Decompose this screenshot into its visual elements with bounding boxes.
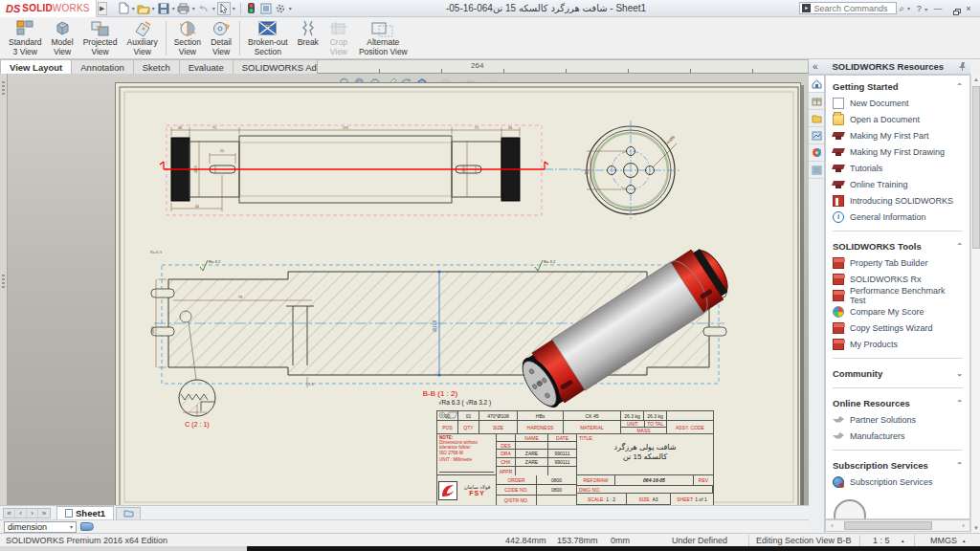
help-button[interactable]: ? ▾: [915, 4, 930, 13]
tab-annotation[interactable]: Annotation: [72, 59, 133, 74]
pin-icon[interactable]: [954, 61, 970, 73]
tab-view-palette[interactable]: [809, 127, 824, 144]
minimize-button[interactable]: —: [930, 4, 946, 13]
drawing-sheet[interactable]: 36 71 191 71 36 20 44 Ø89 Ø89: [115, 82, 801, 505]
search-scope-icon[interactable]: ▸: [802, 4, 811, 12]
tab-file-explorer[interactable]: [809, 110, 824, 127]
taskpane-item-copy-settings-wizard[interactable]: Copy Settings Wizard: [833, 320, 963, 336]
units-caret-icon[interactable]: ▴: [963, 538, 966, 543]
collapse-pane-icon[interactable]: «: [809, 61, 822, 72]
section-view-button[interactable]: SectionView: [169, 18, 206, 58]
community-header[interactable]: Community⌄: [833, 368, 963, 379]
dimension-filter-combo[interactable]: dimension ▾: [4, 521, 77, 533]
standard-3-view-button[interactable]: Standard3 View: [4, 18, 47, 58]
auxiliary-view-button[interactable]: AuxiliaryView: [122, 18, 163, 58]
end-view[interactable]: 4xØ9 50: [581, 121, 680, 220]
select-caret[interactable]: ▾: [233, 5, 235, 11]
prev-sheet-button[interactable]: ‹: [15, 509, 27, 518]
scroll-down-icon[interactable]: ▼: [971, 523, 980, 533]
options-caret[interactable]: ▾: [289, 5, 292, 11]
taskpane-item-subscription-services[interactable]: Subscription Services: [833, 474, 963, 490]
subscription-services-header[interactable]: Subscription Services⌃: [833, 460, 963, 471]
broken-out-section-button[interactable]: Broken-outSection: [243, 18, 293, 58]
taskpane-item-manufacturers[interactable]: Manufacturers: [833, 428, 963, 444]
taskpane-item-partner-solutions[interactable]: Partner Solutions: [833, 411, 963, 428]
graphics-area[interactable]: ▾ ▾ ▾: [8, 74, 809, 505]
undo-caret[interactable]: ▾: [212, 5, 215, 11]
model-view-button[interactable]: ModelView: [47, 18, 78, 58]
menu-flyout-arrow-icon[interactable]: ▶: [98, 2, 107, 15]
tab-appearances[interactable]: [809, 144, 824, 162]
getting-started-header[interactable]: Getting Started⌃: [833, 81, 963, 92]
splitter-grip[interactable]: [2, 275, 5, 290]
open-document-icon[interactable]: [137, 2, 150, 15]
solidworks-tools-header[interactable]: SOLIDWORKS Tools⌃: [833, 241, 963, 252]
select-cursor-icon[interactable]: [217, 2, 231, 15]
taskpane-item-online-training[interactable]: Online Training: [833, 176, 963, 192]
splitter-grip[interactable]: [2, 81, 5, 97]
break-button[interactable]: Break: [293, 18, 323, 58]
sheet-scale[interactable]: 1 : 5: [873, 536, 890, 545]
taskpane-item-first-drawing[interactable]: Making My First Drawing: [833, 143, 963, 160]
taskpane-item-property-tab-builder[interactable]: Property Tab Builder: [833, 254, 963, 271]
taskpane-item-new-document[interactable]: New Document: [833, 95, 963, 111]
options-gear-icon[interactable]: [274, 2, 287, 15]
close-button[interactable]: ×: [961, 4, 976, 13]
print-icon[interactable]: [177, 2, 190, 15]
taskpane-item-solidworks-rx[interactable]: SOLIDWORKS Rx: [833, 271, 963, 287]
file-properties-icon[interactable]: [259, 2, 273, 15]
tag-icon[interactable]: [80, 522, 94, 531]
scroll-left-icon[interactable]: ‹: [826, 521, 838, 530]
detail-view-button[interactable]: DetailView: [206, 18, 236, 58]
title-block[interactable]: √Ra 6.3 ( √Ra 3.2 ) 00 01 470*Ø108 HBs C…: [436, 399, 714, 505]
next-sheet-button[interactable]: ›: [27, 509, 38, 518]
taskpane-item-general-information[interactable]: iGeneral Information: [833, 209, 963, 225]
last-sheet-button[interactable]: »: [38, 509, 50, 518]
taskpane-item-compare-my-score[interactable]: Compare My Score: [833, 303, 963, 320]
add-sheet-tab[interactable]: [116, 507, 141, 519]
scroll-up-icon[interactable]: ▲: [971, 75, 980, 84]
alternate-position-view-button[interactable]: AlternatePosition View: [354, 18, 412, 58]
search-magnifier-icon[interactable]: ⌕: [899, 3, 904, 14]
search-caret[interactable]: ▾: [907, 5, 910, 11]
collapse-chevron-icon[interactable]: ⌃: [956, 399, 963, 408]
sheet1-tab[interactable]: Sheet1: [56, 506, 114, 519]
task-pane-horizontal-scrollbar[interactable]: ‹ ›: [825, 519, 970, 532]
save-caret[interactable]: ▾: [172, 5, 175, 11]
units-indicator[interactable]: MMGS: [930, 536, 957, 545]
left-panel-splitter[interactable]: [0, 74, 8, 505]
scroll-right-icon[interactable]: ›: [957, 521, 969, 530]
tab-custom-properties[interactable]: [809, 162, 824, 179]
rebuild-traffic-icon[interactable]: [245, 2, 258, 15]
taskpane-item-tutorials[interactable]: Tutorials: [833, 160, 963, 176]
taskpane-item-introducing-solidworks[interactable]: Introducing SOLIDWORKS: [833, 192, 963, 209]
tab-solidworks-resources[interactable]: [809, 76, 824, 93]
first-sheet-button[interactable]: «: [4, 509, 15, 518]
open-document-caret[interactable]: ▾: [152, 5, 155, 11]
taskpane-item-open-document[interactable]: Open a Document: [833, 111, 963, 127]
tab-design-library[interactable]: [809, 93, 824, 110]
tab-sketch[interactable]: Sketch: [134, 59, 180, 74]
taskpane-item-first-part[interactable]: Making My First Part: [833, 127, 963, 143]
undo-icon[interactable]: [197, 2, 211, 15]
taskpane-item-performance-benchmark[interactable]: Performance Benchmark Test: [833, 287, 963, 303]
expand-chevron-icon[interactable]: ⌄: [956, 369, 963, 378]
front-view[interactable]: 36 71 191 71 36 20 44 Ø89 Ø89: [160, 125, 581, 216]
search-input[interactable]: [813, 4, 890, 13]
new-document-icon[interactable]: [117, 2, 130, 15]
new-document-caret[interactable]: ▾: [132, 5, 135, 11]
vscroll-thumb[interactable]: [972, 86, 980, 249]
search-box[interactable]: ▸: [799, 2, 897, 14]
hscroll-thumb[interactable]: [844, 521, 932, 530]
detail-view-c[interactable]: C (2 : 1): [179, 380, 215, 429]
print-caret[interactable]: ▾: [192, 5, 195, 11]
save-icon[interactable]: [157, 2, 170, 15]
collapse-chevron-icon[interactable]: ⌃: [956, 461, 963, 470]
projected-view-button[interactable]: ProjectedView: [78, 18, 122, 58]
taskpane-item-my-products[interactable]: My Products: [833, 336, 963, 352]
collapse-chevron-icon[interactable]: ⌃: [956, 242, 963, 251]
tab-view-layout[interactable]: View Layout: [0, 59, 72, 74]
tab-evaluate[interactable]: Evaluate: [180, 59, 234, 74]
scale-caret-icon[interactable]: ▴: [902, 538, 904, 543]
online-resources-header[interactable]: Online Resources⌃: [833, 398, 963, 408]
